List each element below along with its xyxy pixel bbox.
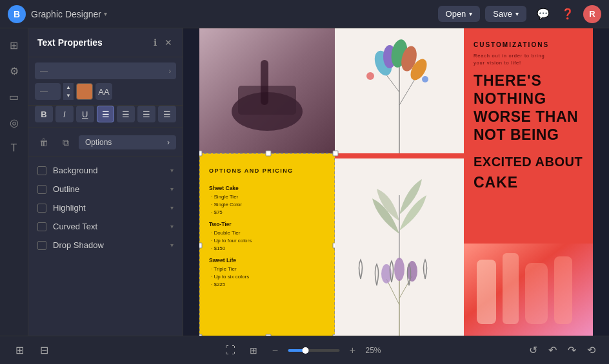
design-canvas[interactable]: CUSTOMIZATIONS Reach out in order to bri… — [199, 28, 593, 336]
bottom-bar: ⊞ ⊟ ⛶ ⊞ − + 25% ↺ ↶ ↷ ⟲ — [0, 336, 609, 364]
outline-label: Outline — [53, 184, 170, 194]
font-size-up[interactable]: ▲ — [63, 83, 74, 91]
zoom-in-button[interactable]: + — [345, 343, 361, 358]
background-checkbox[interactable] — [37, 166, 46, 175]
align-left-button[interactable]: ☰ — [97, 106, 115, 122]
app-title: Graphic Designer ▾ — [31, 9, 107, 19]
zoom-out-button[interactable]: − — [268, 343, 283, 358]
panel-title: Text Properties — [37, 37, 152, 48]
svg-rect-28 — [199, 153, 335, 336]
panel-header: Text Properties ℹ ✕ — [28, 28, 183, 57]
grid-toggle-icon[interactable]: ⊟ — [35, 341, 53, 359]
font-size-down[interactable]: ▼ — [63, 91, 74, 100]
outline-chevron-icon: ▾ — [170, 186, 174, 193]
font-controls: — › — ▲ ▼ AA — [28, 57, 183, 106]
options-button[interactable]: Options › — [79, 135, 176, 149]
italic-button[interactable]: I — [55, 106, 74, 122]
canvas-viewport[interactable]: CUSTOMIZATIONS Reach out in order to bri… — [183, 28, 609, 336]
font-size-stepper: ▲ ▼ — [63, 83, 74, 100]
sidebar-item-shapes[interactable]: ◎ — [4, 112, 25, 133]
sidebar-item-text[interactable]: T — [4, 138, 25, 158]
svg-text:CUSTOMIZATIONS: CUSTOMIZATIONS — [474, 41, 549, 48]
sidebar-item-pages[interactable]: ▭ — [4, 86, 25, 107]
open-button[interactable]: Open ▾ — [438, 6, 481, 22]
redo-button[interactable]: ↷ — [564, 343, 579, 358]
font-size-row: — ▲ ▼ AA — [35, 83, 176, 100]
help-icon[interactable]: ❓ — [559, 5, 577, 23]
align-right-button[interactable]: ☰ — [137, 106, 155, 122]
font-family-select[interactable]: — › — [35, 62, 176, 79]
svg-rect-62 — [503, 253, 519, 324]
action-row: 🗑 ⧉ Options › — [28, 128, 183, 157]
sidebar-item-layers[interactable]: ⊞ — [4, 35, 25, 55]
close-button[interactable]: ✕ — [163, 36, 174, 49]
section-list: Background ▾ Outline ▾ Highlight ▾ Curve… — [28, 157, 183, 258]
svg-text:· Single Color: · Single Color — [211, 202, 242, 207]
svg-text:WORSE THAN: WORSE THAN — [474, 108, 578, 125]
svg-text:your vision to life!: your vision to life! — [474, 60, 521, 66]
svg-text:Two-Tier: Two-Tier — [209, 221, 232, 227]
svg-text:· Up to six colors: · Up to six colors — [211, 274, 249, 280]
svg-text:· Up to four colors: · Up to four colors — [211, 238, 252, 244]
svg-text:Reach out in order to bring: Reach out in order to bring — [474, 53, 544, 59]
properties-panel: Text Properties ℹ ✕ — › — ▲ ▼ — [28, 28, 183, 336]
font-family-row: — › — [35, 62, 176, 79]
refresh-button[interactable]: ↺ — [525, 343, 541, 358]
svg-rect-63 — [525, 263, 548, 324]
save-button[interactable]: Save ▾ — [485, 6, 526, 22]
background-label: Background — [53, 166, 170, 175]
svg-text:· $150: · $150 — [211, 245, 226, 251]
layers-toggle-icon[interactable]: ⊞ — [10, 341, 28, 359]
bottom-center-controls: ⛶ ⊞ − + 25% — [221, 341, 388, 359]
svg-text:NOTHING: NOTHING — [474, 90, 546, 107]
svg-rect-31 — [266, 151, 271, 156]
outline-section[interactable]: Outline ▾ — [28, 180, 183, 198]
chat-icon[interactable]: 💬 — [534, 5, 552, 23]
canvas-area: CUSTOMIZATIONS Reach out in order to bri… — [183, 28, 609, 336]
zoom-slider[interactable] — [288, 349, 340, 352]
title-chevron-icon[interactable]: ▾ — [104, 10, 107, 17]
curved-text-section[interactable]: Curved Text ▾ — [28, 217, 183, 236]
svg-text:THERE'S: THERE'S — [474, 72, 542, 89]
bold-button[interactable]: B — [35, 106, 53, 122]
svg-rect-5 — [261, 60, 268, 105]
svg-rect-64 — [554, 256, 572, 324]
svg-text:Sweet Life: Sweet Life — [209, 257, 236, 263]
zoom-value: 25% — [366, 346, 388, 355]
text-color-swatch[interactable] — [76, 83, 93, 100]
duplicate-button[interactable]: ⧉ — [57, 133, 75, 151]
highlight-checkbox[interactable] — [37, 204, 46, 213]
history-button[interactable]: ⟲ — [583, 343, 599, 358]
background-section[interactable]: Background ▾ — [28, 161, 183, 180]
undo-button[interactable]: ↶ — [544, 343, 560, 358]
align-justify-button[interactable]: ☰ — [158, 106, 176, 122]
panel-header-icons: ℹ ✕ — [152, 36, 174, 49]
curved-text-label: Curved Text — [53, 222, 170, 231]
highlight-section[interactable]: Highlight ▾ — [28, 198, 183, 217]
save-chevron-icon: ▾ — [515, 10, 519, 17]
app-logo[interactable]: B — [8, 5, 26, 23]
delete-button[interactable]: 🗑 — [35, 133, 53, 151]
svg-rect-27 — [335, 153, 464, 158]
drop-shadow-checkbox[interactable] — [37, 241, 46, 250]
text-case-button[interactable]: AA — [95, 83, 112, 100]
curved-text-checkbox[interactable] — [37, 222, 46, 231]
sidebar-item-settings[interactable]: ⚙ — [4, 61, 25, 81]
info-button[interactable]: ℹ — [152, 36, 158, 49]
underline-button[interactable]: U — [76, 106, 94, 122]
svg-text:NOT BEING: NOT BEING — [474, 126, 559, 143]
outline-checkbox[interactable] — [37, 185, 46, 194]
svg-text:· $75: · $75 — [211, 209, 223, 215]
svg-rect-61 — [477, 260, 496, 324]
user-avatar[interactable]: R — [583, 5, 601, 23]
fit-icon[interactable]: ⛶ — [221, 341, 239, 359]
crop-icon[interactable]: ⊞ — [245, 341, 263, 359]
align-center-button[interactable]: ☰ — [117, 106, 135, 122]
svg-rect-37 — [199, 243, 202, 248]
drop-shadow-section[interactable]: Drop Shadow ▾ — [28, 236, 183, 254]
svg-text:· Triple Tier: · Triple Tier — [211, 266, 237, 272]
format-row: B I U ☰ ☰ ☰ ☰ — [28, 106, 183, 128]
svg-text:· Single Tier: · Single Tier — [211, 194, 239, 200]
curved-text-chevron-icon: ▾ — [170, 223, 174, 230]
font-style-select[interactable]: — — [35, 83, 61, 100]
